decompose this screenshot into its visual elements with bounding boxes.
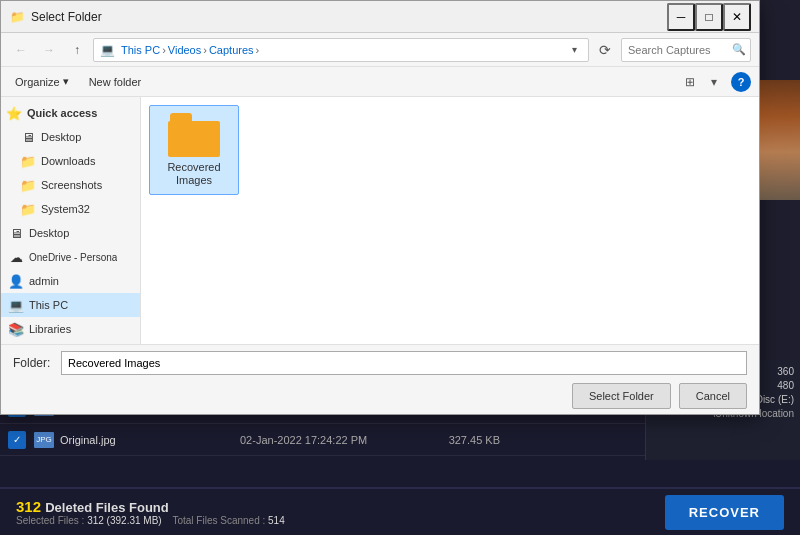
view-toggle-button[interactable]: ⊞ [679, 71, 701, 93]
sidebar-item-system32[interactable]: 📁 System32 [1, 197, 140, 221]
close-button[interactable]: ✕ [723, 3, 751, 31]
recover-button[interactable]: RECOVER [665, 495, 784, 530]
dialog-title-icon: 📁 [9, 9, 25, 25]
up-button[interactable]: ↑ [65, 38, 89, 62]
file-stats: Selected Files : 312 (392.31 MB) Total F… [16, 515, 285, 526]
refresh-button[interactable]: ⟳ [593, 38, 617, 62]
address-toolbar: ← → ↑ 💻 This PC › Videos › Captures › ▾ … [1, 33, 759, 67]
sidebar-item-thispc[interactable]: 💻 This PC [1, 293, 140, 317]
thispc-icon: 💻 [9, 298, 23, 312]
star-icon: ⭐ [7, 106, 21, 120]
pc-icon: 💻 [100, 43, 115, 57]
sidebar-item-libraries[interactable]: 📚 Libraries [1, 317, 140, 341]
folder-body [168, 121, 220, 157]
downloads-icon: 📁 [21, 154, 35, 168]
help-button[interactable]: ? [731, 72, 751, 92]
deleted-count: 312 [16, 498, 41, 515]
breadcrumb-thispc[interactable]: This PC [121, 44, 160, 56]
sidebar-label-system32: System32 [41, 203, 90, 215]
minimize-button[interactable]: ─ [667, 3, 695, 31]
sidebar-item-desktop[interactable]: 🖥 Desktop [1, 125, 140, 149]
sidebar-label-quick-access: Quick access [27, 107, 97, 119]
sidebar-label-onedrive: OneDrive - Persona [29, 252, 117, 263]
new-folder-button[interactable]: New folder [83, 71, 148, 93]
dialog-title: Select Folder [31, 10, 667, 24]
cancel-button[interactable]: Cancel [679, 383, 747, 409]
deleted-label: Deleted Files Found [45, 500, 169, 515]
sidebar-item-screenshots[interactable]: 📁 Screenshots [1, 173, 140, 197]
footer-buttons: Select Folder Cancel [13, 383, 747, 409]
action-toolbar: Organize ▾ New folder ⊞ ▾ ? [1, 67, 759, 97]
folder-input-label: Folder: [13, 356, 53, 370]
back-button[interactable]: ← [9, 38, 33, 62]
breadcrumb: 💻 This PC › Videos › Captures › [100, 43, 566, 57]
admin-icon: 👤 [9, 274, 23, 288]
sidebar-item-admin[interactable]: 👤 admin [1, 269, 140, 293]
file-sidebar: ⭐ Quick access 🖥 Desktop 📁 Downloads 📁 S… [1, 97, 141, 344]
organize-button[interactable]: Organize ▾ [9, 71, 75, 93]
sidebar-label-libraries: Libraries [29, 323, 71, 335]
file-name: Original.jpg [60, 434, 240, 446]
sidebar-label-thispc: This PC [29, 299, 68, 311]
folder-name: RecoveredImages [167, 161, 220, 187]
breadcrumb-videos[interactable]: Videos [168, 44, 201, 56]
search-input[interactable] [621, 38, 751, 62]
dialog-body: ⭐ Quick access 🖥 Desktop 📁 Downloads 📁 S… [1, 97, 759, 344]
dialog-titlebar: 📁 Select Folder ─ □ ✕ [1, 1, 759, 33]
maximize-button[interactable]: □ [695, 3, 723, 31]
onedrive-icon: ☁ [9, 250, 23, 264]
sidebar-label-admin: admin [29, 275, 59, 287]
forward-button[interactable]: → [37, 38, 61, 62]
thumbnail-preview [760, 80, 800, 200]
file-checkbox[interactable] [8, 431, 26, 449]
folder-path-input[interactable] [61, 351, 747, 375]
breadcrumb-captures[interactable]: Captures [209, 44, 254, 56]
status-bar: 312 Deleted Files Found Selected Files :… [0, 487, 800, 535]
sidebar-item-desktop2[interactable]: 🖥 Desktop [1, 221, 140, 245]
folder-input-row: Folder: [13, 351, 747, 375]
desktop2-icon: 🖥 [9, 226, 23, 240]
address-bar[interactable]: 💻 This PC › Videos › Captures › ▾ [93, 38, 589, 62]
address-dropdown-button[interactable]: ▾ [566, 38, 582, 62]
sidebar-item-quick-access[interactable]: ⭐ Quick access [1, 101, 140, 125]
folder-content-area[interactable]: RecoveredImages [141, 97, 759, 344]
folder-icon-large [168, 113, 220, 157]
file-type-icon: JPG [34, 432, 54, 448]
view-buttons: ⊞ ▾ ? [679, 71, 751, 93]
libraries-icon: 📚 [9, 322, 23, 336]
sidebar-label-desktop: Desktop [41, 131, 81, 143]
search-wrap: 🔍 [621, 38, 751, 62]
folder-item-recovered-images[interactable]: RecoveredImages [149, 105, 239, 195]
sidebar-label-screenshots: Screenshots [41, 179, 102, 191]
file-date: 02-Jan-2022 17:24:22 PM [240, 434, 420, 446]
sidebar-label-downloads: Downloads [41, 155, 95, 167]
screenshots-icon: 📁 [21, 178, 35, 192]
file-size: 327.45 KB [420, 434, 500, 446]
sidebar-item-onedrive[interactable]: ☁ OneDrive - Persona [1, 245, 140, 269]
deleted-count-area: 312 Deleted Files Found Selected Files :… [16, 498, 285, 526]
dialog-footer: Folder: Select Folder Cancel [1, 344, 759, 414]
sidebar-label-desktop2: Desktop [29, 227, 69, 239]
select-folder-dialog: 📁 Select Folder ─ □ ✕ ← → ↑ 💻 This PC › … [0, 0, 760, 415]
select-folder-button[interactable]: Select Folder [572, 383, 671, 409]
system32-icon: 📁 [21, 202, 35, 216]
sidebar-item-downloads[interactable]: 📁 Downloads [1, 149, 140, 173]
desktop-icon: 🖥 [21, 130, 35, 144]
view-dropdown-button[interactable]: ▾ [703, 71, 725, 93]
